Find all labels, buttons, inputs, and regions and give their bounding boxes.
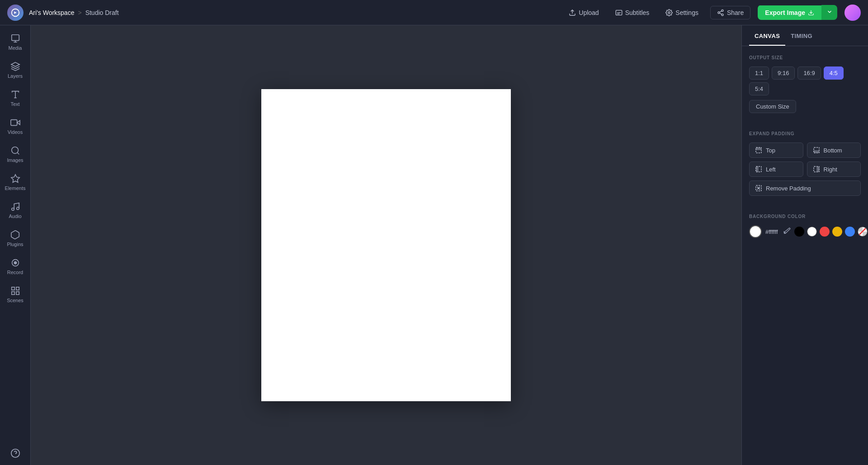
sidebar-media-label: Media [9,45,22,51]
right-panel: CANVAS TIMING OUTPUT SIZE 1:1 9:16 16:9 … [741,25,868,465]
share-label: Share [727,9,744,16]
swatch-red[interactable] [820,227,830,237]
subtitles-button[interactable]: Subtitles [611,6,654,19]
sidebar-item-videos[interactable]: Videos [2,113,29,139]
size-btn-5-4[interactable]: 5:4 [749,82,769,95]
breadcrumb: Ari's Workspace > Studio Draft [29,9,119,16]
svg-line-10 [720,11,722,12]
swatch-black[interactable] [794,227,804,237]
sidebar-text-label: Text [10,101,19,107]
sidebar-item-text[interactable]: Text [2,85,29,111]
app-logo [7,5,24,21]
images-icon [10,146,20,156]
tab-timing[interactable]: TIMING [785,25,818,46]
sidebar: Media Layers Text Video [0,25,31,465]
svg-point-5 [668,12,670,14]
output-size-label: OUTPUT SIZE [749,55,861,60]
settings-button[interactable]: Settings [661,6,703,19]
export-button[interactable]: Export Image [758,5,821,20]
swatch-blue[interactable] [845,227,855,237]
sidebar-item-scenes[interactable]: Scenes [2,281,29,308]
export-label: Export Image [765,9,805,16]
padding-bottom-button[interactable]: Bottom [807,142,861,158]
svg-marker-16 [17,120,19,124]
panel-tabs: CANVAS TIMING [742,25,868,46]
sidebar-images-label: Images [7,157,23,163]
workspace-name[interactable]: Ari's Workspace [29,9,74,16]
bg-color-row: #ffffff [749,225,861,238]
svg-point-20 [11,208,14,211]
svg-rect-34 [814,151,819,152]
svg-point-8 [722,14,723,15]
sidebar-videos-label: Videos [8,129,23,135]
padding-right-label: Right [824,166,837,173]
sidebar-plugins-label: Plugins [7,242,23,247]
export-chevron-button[interactable] [821,5,837,20]
size-btn-9-16[interactable]: 9:16 [772,66,795,80]
avatar[interactable] [844,5,861,21]
breadcrumb-separator: > [78,9,81,16]
svg-point-21 [16,207,19,210]
padding-top-button[interactable]: Top [749,142,803,158]
tab-canvas[interactable]: CANVAS [749,25,785,46]
padding-right-icon [813,166,820,173]
padding-left-label: Left [766,166,776,173]
swatch-white[interactable] [807,227,817,237]
padding-right-button[interactable]: Right [807,161,861,177]
color-preview[interactable] [749,225,762,238]
bg-color-label: BACKGROUND COLOR [749,214,861,219]
sidebar-item-layers[interactable]: Layers [2,57,29,83]
size-btn-1-1[interactable]: 1:1 [749,66,769,80]
draft-name: Studio Draft [85,9,119,16]
padding-top-label: Top [766,147,775,154]
upload-button[interactable]: Upload [564,6,603,19]
sidebar-record-label: Record [7,270,23,275]
help-button[interactable] [2,445,29,461]
record-icon [10,258,20,268]
svg-point-7 [718,12,720,14]
sidebar-item-images[interactable]: Images [2,141,29,167]
layers-icon [10,62,20,71]
swatch-transparent[interactable] [858,227,868,237]
custom-size-button[interactable]: Custom Size [749,100,796,113]
svg-point-18 [11,147,18,154]
swatch-yellow[interactable] [832,227,842,237]
remove-padding-label: Remove Padding [766,185,811,192]
svg-rect-26 [16,292,19,294]
svg-rect-36 [756,167,758,171]
padding-bottom-icon [813,147,820,154]
remove-padding-button[interactable]: Remove Padding [749,180,861,196]
expand-padding-label: EXPAND PADDING [749,131,861,136]
padding-top-icon [755,147,762,154]
sidebar-item-audio[interactable]: Audio [2,197,29,223]
sidebar-item-record[interactable]: Record [2,253,29,280]
remove-padding-icon [755,185,762,192]
padding-left-button[interactable]: Left [749,161,803,177]
color-hex-value[interactable]: #ffffff [765,228,778,235]
canvas-area [31,25,741,465]
sidebar-layers-label: Layers [8,73,23,79]
background-color-section: BACKGROUND COLOR #ffffff [742,205,868,238]
settings-label: Settings [675,9,698,16]
subtitles-label: Subtitles [625,9,650,16]
padding-left-icon [755,166,762,173]
eyedropper-icon[interactable] [783,227,791,236]
svg-rect-17 [10,120,17,126]
sidebar-scenes-label: Scenes [7,298,24,303]
svg-marker-13 [11,62,19,66]
canvas-board[interactable] [261,89,511,401]
sidebar-item-media[interactable]: Media [2,29,29,55]
videos-icon [10,118,20,128]
size-btn-4-5[interactable]: 4:5 [824,66,844,80]
scenes-icon [10,286,20,296]
svg-rect-12 [11,35,19,41]
svg-rect-38 [817,167,819,171]
elements-icon [10,174,20,184]
size-btn-16-9[interactable]: 16:9 [797,66,821,80]
sidebar-item-elements[interactable]: Elements [2,169,29,195]
topbar-actions: Upload Subtitles Settings Share [564,5,861,21]
plugins-icon [10,230,20,240]
share-button[interactable]: Share [710,6,750,19]
audio-icon [10,202,20,212]
sidebar-item-plugins[interactable]: Plugins [2,225,29,251]
